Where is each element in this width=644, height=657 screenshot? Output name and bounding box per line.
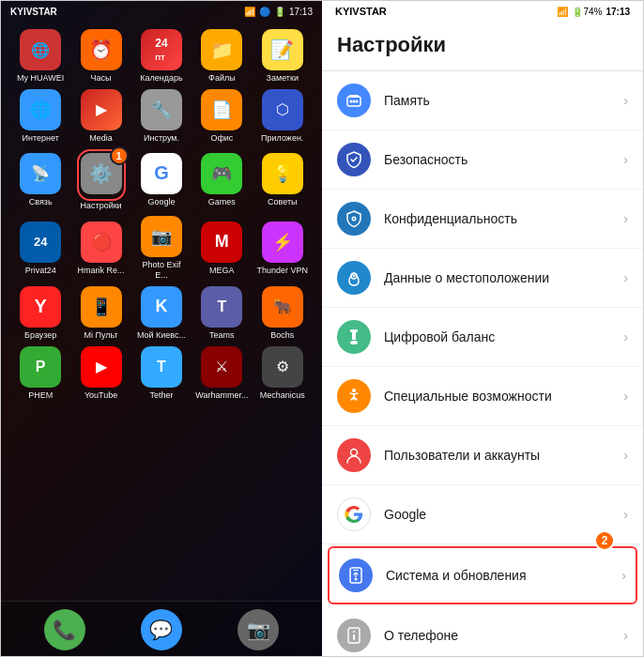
app-icon-calendar: 24ПТ <box>141 29 182 70</box>
app-icon-myhuawei: 🌐 <box>20 29 61 70</box>
right-time: 17:13 <box>606 7 630 17</box>
settings-item-about[interactable]: О телефоне › <box>322 606 643 657</box>
app-calendar[interactable]: 24ПТ Календарь <box>135 29 188 84</box>
app-office[interactable]: 📄 Офис <box>195 89 248 144</box>
app-label-phem: PHEM <box>28 390 53 401</box>
app-row-5: Y Браузер 📱 Mi Пульт K Мой Киевс... T <box>10 286 313 341</box>
app-photoexif[interactable]: 📷 Photo Exif E... <box>135 216 188 281</box>
memory-label: Память <box>384 93 623 108</box>
app-thundervpn[interactable]: ⚡ Thunder VPN <box>256 222 309 276</box>
app-icon-clock: ⏰ <box>81 29 122 70</box>
settings-item-google[interactable]: Google › 2 <box>322 485 643 544</box>
app-row-3: 📡 Связь ⚙️ 1 Настройки G Google <box>10 149 313 211</box>
settings-item-privacy[interactable]: Конфиденциальность › <box>322 190 643 249</box>
app-icon-teams: T <box>201 286 242 328</box>
app-tools[interactable]: 🔧 Инструм. <box>135 89 188 144</box>
app-label-internet: Интернет <box>23 133 59 144</box>
svg-point-6 <box>353 218 355 220</box>
app-row-2: 🌐 Интернет ▶ Media 🔧 Инструм. 📄 <box>10 89 313 144</box>
digital-chevron: › <box>623 329 628 344</box>
app-icon-mipulse: 📱 <box>81 286 122 328</box>
app-clock[interactable]: ⏰ Часы <box>75 29 128 84</box>
app-mega[interactable]: M MEGA <box>195 222 248 276</box>
left-status-icons: 📶 🔵 🔋 17:13 <box>244 7 313 17</box>
dock-phone[interactable]: 📞 <box>44 609 85 650</box>
app-internet[interactable]: 🌐 Интернет <box>14 89 67 144</box>
app-icon-google: G <box>141 153 182 194</box>
users-chevron: › <box>623 448 628 463</box>
settings-item-system[interactable]: Система и обновления › <box>328 546 637 604</box>
app-warhammer[interactable]: ⚔ Warhammer... <box>195 346 248 401</box>
about-icon <box>337 619 371 652</box>
security-icon <box>337 143 371 176</box>
app-google[interactable]: G Google <box>135 153 188 207</box>
memory-chevron: › <box>623 93 628 108</box>
app-icon-kyiv: K <box>141 286 182 328</box>
svg-rect-10 <box>352 332 356 340</box>
app-settings[interactable]: ⚙️ 1 Настройки <box>75 149 128 211</box>
settings-item-security[interactable]: Безопасность › <box>322 130 643 190</box>
security-label: Безопасность <box>384 152 623 167</box>
app-files[interactable]: 📁 Файлы <box>195 29 248 84</box>
privacy-chevron: › <box>623 211 628 226</box>
google-settings-label: Google <box>384 507 623 522</box>
settings-item-location[interactable]: Данные о местоположении › <box>322 249 643 308</box>
app-connect[interactable]: 📡 Связь <box>14 153 67 207</box>
settings-list: Память › Безопасность › К <box>322 71 643 657</box>
dock-messages[interactable]: 💬 <box>141 609 182 650</box>
app-mechanicus[interactable]: ⚙ Mechanicus <box>256 346 309 401</box>
settings-item-accessibility[interactable]: Специальные возможности › <box>322 367 643 426</box>
signal-icon: 📶 <box>244 7 255 17</box>
app-icon-media: ▶ <box>81 89 122 130</box>
app-media[interactable]: ▶ Media <box>75 89 128 144</box>
left-status-bar: KYIVSTAR 📶 🔵 🔋 17:13 <box>1 1 322 22</box>
app-label-privat24: Privat24 <box>25 266 56 276</box>
app-label-kyiv: Мой Киевс... <box>137 330 186 341</box>
settings-item-users[interactable]: Пользователи и аккаунты › <box>322 426 643 485</box>
app-tether[interactable]: T Tether <box>135 346 188 401</box>
svg-point-12 <box>352 389 356 392</box>
app-hmarik[interactable]: 🔴 Hmarik Re... <box>75 222 128 276</box>
app-browser[interactable]: Y Браузер <box>14 286 67 341</box>
app-games[interactable]: 🎮 Games <box>195 153 248 207</box>
system-icon <box>339 558 373 592</box>
app-label-google: Google <box>147 197 175 207</box>
right-battery-icon: 🔋74% <box>572 7 602 17</box>
dock-camera[interactable]: 📷 <box>238 609 279 650</box>
settings-title: Настройки <box>322 22 643 71</box>
app-youtube[interactable]: ▶ YouTube <box>75 346 128 401</box>
privacy-icon <box>337 202 371 236</box>
app-label-clock: Часы <box>91 73 112 84</box>
settings-item-memory[interactable]: Память › <box>322 71 643 130</box>
google-badge: 2 <box>594 530 615 551</box>
app-label-mechanicus: Mechanicus <box>260 390 305 401</box>
security-chevron: › <box>623 152 628 167</box>
app-teams[interactable]: T Teams <box>195 286 248 341</box>
svg-point-2 <box>350 100 353 103</box>
right-carrier: KYIVSTAR <box>335 6 387 17</box>
app-mipulse[interactable]: 📱 Mi Пульт <box>75 286 128 341</box>
app-apps[interactable]: ⬡ Приложен. <box>256 89 309 144</box>
memory-icon <box>337 84 371 117</box>
app-bochs[interactable]: 🐂 Bochs <box>256 286 309 341</box>
settings-item-digital[interactable]: Цифровой баланс › <box>322 308 643 367</box>
app-notes[interactable]: 📝 Заметки <box>256 29 309 84</box>
app-label-files: Файлы <box>208 73 236 84</box>
app-icon-photoexif: 📷 <box>141 216 182 257</box>
google-settings-icon <box>337 497 371 531</box>
app-icon-connect: 📡 <box>20 153 61 194</box>
app-label-teams: Teams <box>209 330 235 341</box>
app-label-settings: Настройки <box>81 201 122 211</box>
app-label-photoexif: Photo Exif E... <box>135 260 188 281</box>
app-label-hmarik: Hmarik Re... <box>78 266 125 276</box>
app-icon-mechanicus: ⚙ <box>262 346 303 388</box>
app-kyiv[interactable]: K Мой Киевс... <box>135 286 188 341</box>
app-label-tools: Инструм. <box>144 133 179 144</box>
svg-point-3 <box>353 100 356 103</box>
settings-badge: 1 <box>110 146 129 165</box>
app-tips[interactable]: 💡 Советы <box>256 153 309 207</box>
app-privat24[interactable]: 24 Privat24 <box>14 222 67 276</box>
svg-rect-15 <box>353 570 359 571</box>
app-phem[interactable]: P PHEM <box>14 346 67 401</box>
app-myhuawei[interactable]: 🌐 My HUAWEI <box>14 29 67 84</box>
